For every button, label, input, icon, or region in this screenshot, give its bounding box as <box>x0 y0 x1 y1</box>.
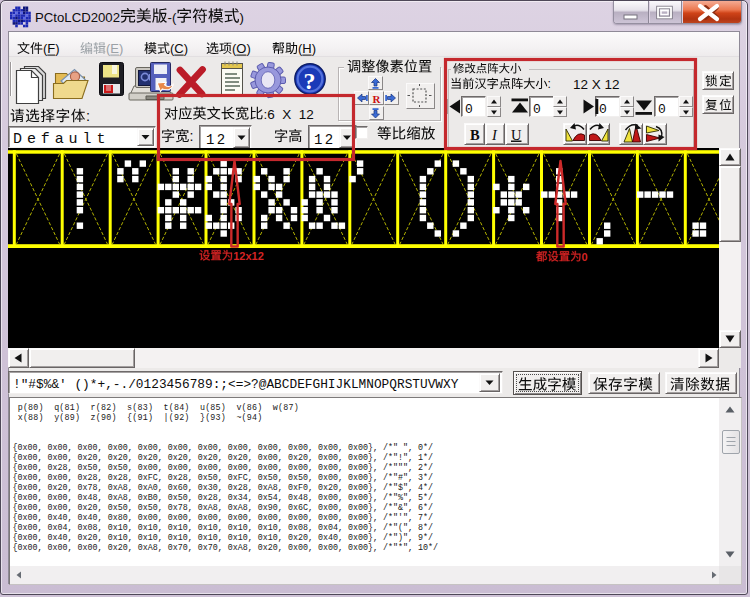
svg-text::6 X 12: :6 X 12 <box>263 107 313 122</box>
svg-text:(F): (F) <box>43 41 60 56</box>
svg-text:12x12: 12x12 <box>233 250 264 262</box>
svg-text:0: 0 <box>658 102 666 117</box>
svg-text:{0x00, 0x04, 0x08, 0x10, 0x10,: {0x00, 0x04, 0x08, 0x10, 0x10, 0x10, 0x1… <box>13 523 434 533</box>
svg-text::: : <box>86 108 91 124</box>
svg-text:(H): (H) <box>298 41 316 56</box>
svg-text:12: 12 <box>206 132 228 148</box>
svg-text:I: I <box>491 127 498 143</box>
svg-text:{0x00, 0x00, 0x00, 0x00, 0x00,: {0x00, 0x00, 0x00, 0x00, 0x00, 0x00, 0x0… <box>13 443 434 453</box>
svg-text:!"#$%&' ()*+,-./0123456789:;<=: !"#$%&' ()*+,-./0123456789:;<=>?@ABCDEFG… <box>13 377 459 392</box>
svg-text:p(80) q(81) r(82) s(83) t(: p(80) q(81) r(82) s(83) t(84) u(85) v(86… <box>13 403 299 413</box>
svg-text:{0x00, 0x40, 0x40, 0x80, 0x00,: {0x00, 0x40, 0x40, 0x80, 0x00, 0x00, 0x0… <box>13 513 434 523</box>
svg-text:B: B <box>470 127 480 143</box>
svg-text:): ) <box>240 10 244 25</box>
svg-text:{0x00, 0x00, 0x28, 0x28, 0xFC,: {0x00, 0x00, 0x28, 0x28, 0xFC, 0x28, 0x5… <box>13 473 434 483</box>
svg-text:0: 0 <box>582 251 588 263</box>
svg-text:(O): (O) <box>232 41 251 56</box>
svg-text:0: 0 <box>465 102 473 117</box>
svg-text:-(: -( <box>168 10 177 25</box>
svg-text::: : <box>548 77 551 91</box>
svg-text:PCtoLCD2002: PCtoLCD2002 <box>35 10 120 25</box>
svg-text:{0x00, 0x00, 0x48, 0xA8, 0xB0,: {0x00, 0x00, 0x48, 0xA8, 0xB0, 0x50, 0x2… <box>13 493 434 503</box>
svg-text:{0x00, 0x00, 0x20, 0x20, 0x20,: {0x00, 0x00, 0x20, 0x20, 0x20, 0x20, 0x2… <box>13 453 434 463</box>
svg-text:{0x00, 0x00, 0x20, 0x50, 0x50,: {0x00, 0x00, 0x20, 0x50, 0x50, 0x78, 0xA… <box>13 503 434 513</box>
svg-text:?: ? <box>304 68 316 94</box>
svg-text:{0x00, 0x00, 0x00, 0x20, 0xA8,: {0x00, 0x00, 0x00, 0x20, 0xA8, 0x70, 0x7… <box>13 543 439 553</box>
svg-text:12: 12 <box>314 132 336 148</box>
svg-text:{0x00, 0x28, 0x50, 0x50, 0x00,: {0x00, 0x28, 0x50, 0x50, 0x00, 0x00, 0x0… <box>13 463 434 473</box>
svg-text:U: U <box>511 127 522 143</box>
svg-text:{0x00, 0x40, 0x20, 0x10, 0x10,: {0x00, 0x40, 0x20, 0x10, 0x10, 0x10, 0x1… <box>13 533 434 543</box>
svg-text:Default: Default <box>13 131 110 148</box>
svg-text::: : <box>189 128 193 144</box>
svg-text:(E): (E) <box>106 41 123 56</box>
svg-text:(C): (C) <box>170 41 188 56</box>
svg-text:0: 0 <box>599 102 607 117</box>
svg-text:0: 0 <box>533 102 541 117</box>
svg-text:{0x00, 0x20, 0x78, 0xA8, 0xA0,: {0x00, 0x20, 0x78, 0xA8, 0xA0, 0x60, 0x3… <box>13 483 434 493</box>
svg-text:R: R <box>373 93 382 105</box>
svg-text:x(88) y(89) z(90) {(91) |(: x(88) y(89) z(90) {(91) |(92) }(93) ~(94… <box>13 413 263 423</box>
svg-text:12 X 12: 12 X 12 <box>573 77 620 92</box>
